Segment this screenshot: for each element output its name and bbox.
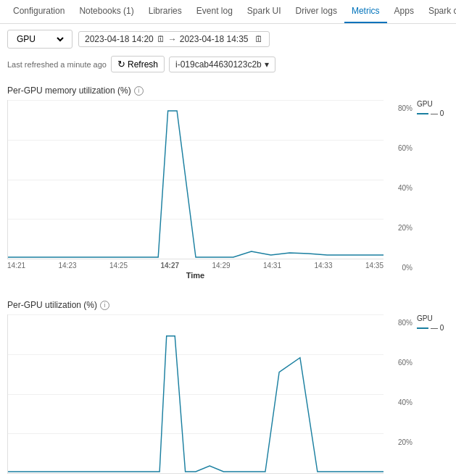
chart1-x-axis: 14:21 14:23 14:25 14:27 14:29 14:31 14:3… [7,259,384,270]
chart2-legend-line [417,327,428,329]
last-refreshed-text: Last refreshed a minute ago [7,60,107,69]
date-range-icon: 🗓 [157,34,165,44]
chart1-info-icon[interactable]: i [134,86,144,96]
chart1-title-text: Per-GPU memory utilization (%) [7,85,131,96]
metric-type-select[interactable]: GPU CPU Memory [7,30,72,49]
x-label: 14:21 [7,262,25,270]
x-label: 14:35 [365,262,384,270]
y-label-80: 80% [398,104,413,112]
chart1-section: Per-GPU memory utilization (%) i 14:21 [0,78,456,285]
chart2-legend: GPU — 0 [413,314,449,476]
refresh-label: Refresh [128,59,158,70]
nav-tab-configuration[interactable]: Configuration [6,0,72,23]
metric-type-dropdown[interactable]: GPU CPU Memory [14,33,66,45]
x-label: 14:27 [160,262,179,270]
nav-tab-apps[interactable]: Apps [387,0,421,23]
nav-tab-event-log[interactable]: Event log [189,0,240,23]
nav-tabs: ConfigurationNotebooks (1)LibrariesEvent… [0,0,456,24]
chart1-title: Per-GPU memory utilization (%) i [7,85,449,96]
y-label-40: 40% [398,398,413,406]
calendar-icon[interactable]: 🗓 [254,34,263,44]
chart1-area-container: 14:21 14:23 14:25 14:27 14:29 14:31 14:3… [7,100,384,285]
instance-id: i-019cab44630123c2b [175,59,262,70]
chart1-y-axis-right: 80% 60% 40% 20% 0% [384,100,413,259]
chart2-area-container: 14:21 14:23 14:25 14:27 14:29 14:31 14:3… [7,314,384,476]
chart2-info-icon[interactable]: i [100,301,109,310]
y-label-20: 20% [398,438,413,446]
chart2-legend-item-label: — 0 [431,324,444,332]
y-label-60: 60% [398,144,413,152]
chart2-legend-title: GPU [417,314,449,322]
chart1-legend-title: GPU [417,100,449,108]
x-label: 14:33 [314,262,332,270]
y-label-20: 20% [398,224,413,232]
y-label-0: 0% [402,264,413,272]
refresh-icon: ↻ [117,59,125,70]
status-bar: Last refreshed a minute ago ↻ Refresh i-… [0,54,456,78]
chart2-legend-item: — 0 [417,324,449,332]
chart2-canvas [7,314,384,474]
chart1-legend-item: — 0 [417,109,449,117]
chart1-svg [8,100,384,259]
chart2-y-axis-right: 80% 60% 40% 20% 0% [384,314,413,474]
chart1-canvas [7,100,384,259]
nav-tab-libraries[interactable]: Libraries [141,0,189,23]
chart1-legend-line [417,113,428,114]
toolbar: GPU CPU Memory 2023-04-18 14:20 🗓 → 2023… [0,24,456,54]
date-start: 2023-04-18 14:20 [85,34,154,44]
nav-tab-spark-cluster[interactable]: Spark cluster U [421,0,456,23]
chart1-wrapper: 14:21 14:23 14:25 14:27 14:29 14:31 14:3… [7,100,449,285]
chart1-legend-item-label: — 0 [431,109,444,117]
y-label-40: 40% [398,184,413,192]
chevron-down-icon: ▾ [265,59,269,70]
nav-tab-spark-ui[interactable]: Spark UI [240,0,289,23]
y-label-60: 60% [398,359,413,367]
date-end: 2023-04-18 14:35 [180,34,249,44]
x-label: 14:31 [263,262,281,270]
chart2-title: Per-GPU utilization (%) i [7,300,449,310]
chart1-x-title: Time [7,270,384,285]
date-arrow: → [168,34,177,44]
nav-tab-metrics[interactable]: Metrics [344,0,387,23]
instance-select[interactable]: i-019cab44630123c2b ▾ [169,57,275,72]
chart2-title-text: Per-GPU utilization (%) [7,300,97,310]
x-label: 14:23 [58,262,76,270]
chart2-svg [8,314,384,473]
nav-tab-driver-logs[interactable]: Driver logs [289,0,344,23]
refresh-button[interactable]: ↻ Refresh [111,56,165,72]
chart1-legend: GPU — 0 [413,100,449,285]
y-label-80: 80% [398,319,413,327]
x-label: 14:29 [212,262,230,270]
chart2-wrapper: 14:21 14:23 14:25 14:27 14:29 14:31 14:3… [7,314,449,476]
date-range-picker[interactable]: 2023-04-18 14:20 🗓 → 2023-04-18 14:35 🗓 [78,31,270,47]
x-label: 14:25 [109,262,128,270]
nav-tab-notebooks[interactable]: Notebooks (1) [72,0,141,23]
chart2-section: Per-GPU utilization (%) i 14:21 14:23 14… [0,293,456,476]
